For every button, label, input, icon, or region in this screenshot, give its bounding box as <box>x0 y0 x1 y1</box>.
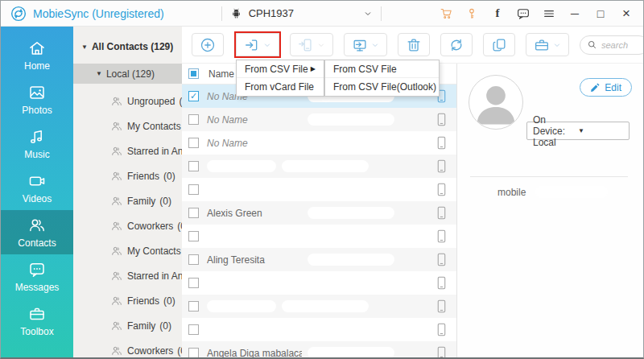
group-name: Friends <box>127 295 159 307</box>
menu-button[interactable] <box>542 6 556 21</box>
contact-row[interactable] <box>182 178 456 201</box>
avatar <box>469 75 523 130</box>
feedback-button[interactable] <box>516 6 530 21</box>
submenu-item[interactable]: From CSV File <box>325 60 439 78</box>
contact-name: Angela Diga mabalacat d... <box>207 348 302 359</box>
group-list-item[interactable]: Family (0) <box>73 188 182 213</box>
group-list-item[interactable]: Starred in Androi <box>73 263 182 288</box>
search-input[interactable] <box>601 40 642 50</box>
group-list-item[interactable]: Ungrouped (90) <box>73 89 182 113</box>
export-to-phone-button[interactable] <box>290 33 333 56</box>
sidebar-item-label: Music <box>24 149 49 160</box>
group-name: Family <box>127 320 155 332</box>
register-key-button[interactable] <box>464 6 479 21</box>
device-source-badge <box>436 323 447 336</box>
app-title: MobieSync (Unregistered) <box>33 7 164 20</box>
row-checkbox[interactable] <box>188 301 199 312</box>
group-name: Friends <box>127 171 159 182</box>
redacted-phone-number <box>282 300 369 312</box>
copy-button[interactable] <box>483 33 515 56</box>
contact-name: Alexis Green <box>207 208 302 219</box>
redacted-phone-number <box>308 347 394 359</box>
redacted-phone-number <box>308 113 394 126</box>
menu-item[interactable]: From vCard File <box>237 78 324 96</box>
sidebar-item-home[interactable]: Home <box>1 33 73 77</box>
phone-field-label: mobile <box>497 187 526 198</box>
export-to-device-button[interactable] <box>344 33 387 56</box>
contact-row[interactable] <box>182 155 456 178</box>
person-silhouette-icon <box>469 76 522 129</box>
group-list-item[interactable]: My Contacts (9) <box>73 113 182 138</box>
facebook-button[interactable]: f <box>490 6 505 21</box>
contact-row[interactable] <box>182 271 456 295</box>
titlebar: MobieSync (Unregistered) CPH1937 <box>1 1 643 27</box>
group-list-item[interactable]: Starred in Androi <box>73 138 182 163</box>
phone-icon <box>436 346 447 359</box>
add-contact-button[interactable] <box>192 33 224 56</box>
contact-row[interactable] <box>182 295 456 318</box>
sidebar-item-label: Home <box>24 60 50 72</box>
more-tools-button[interactable] <box>526 33 569 56</box>
contact-row[interactable]: Angela Diga mabalacat d... <box>182 341 456 359</box>
group-list-item[interactable]: My Contacts (0) <box>73 238 182 263</box>
sidebar-item-label: Messages <box>15 282 60 293</box>
row-checkbox[interactable] <box>188 91 199 101</box>
minimize-button[interactable]: ─ <box>568 6 582 21</box>
sidebar-item-videos[interactable]: Videos <box>1 166 73 210</box>
sidebar-item-photos[interactable]: Photos <box>1 77 73 122</box>
select-all-checkbox[interactable] <box>188 68 199 79</box>
store-cart-button[interactable] <box>439 6 453 21</box>
group-list-item[interactable]: Coworkers (0) <box>73 213 182 238</box>
delete-button[interactable] <box>398 33 430 56</box>
menu-item[interactable]: From CSV File ▶ <box>237 60 324 78</box>
close-button[interactable]: × <box>619 6 634 21</box>
group-all-contacts[interactable]: ▼ All Contacts (129) <box>73 36 182 57</box>
row-checkbox[interactable] <box>188 348 199 358</box>
divider <box>470 176 628 177</box>
group-list-item[interactable]: Coworkers (0) <box>73 338 182 359</box>
group-list-item[interactable]: Friends (0) <box>73 163 182 188</box>
edit-contact-button[interactable]: Edit <box>580 78 632 97</box>
row-checkbox[interactable] <box>188 278 199 288</box>
row-checkbox[interactable] <box>188 184 199 195</box>
contact-row[interactable] <box>182 225 456 248</box>
device-source-badge <box>436 183 447 196</box>
contact-row[interactable]: No Name <box>182 108 456 131</box>
group-name: Coworkers <box>127 345 173 357</box>
sidebar-item-music[interactable]: Music <box>1 122 73 166</box>
maximize-button[interactable]: □ <box>593 6 608 21</box>
group-people-icon <box>110 195 123 208</box>
row-checkbox[interactable] <box>188 161 199 171</box>
group-name: Starred in Androi <box>127 146 182 157</box>
submenu-item[interactable]: From CSV File(Outlook) <box>325 78 439 96</box>
row-checkbox[interactable] <box>188 231 199 241</box>
row-checkbox[interactable] <box>188 114 199 125</box>
row-checkbox[interactable] <box>188 138 199 148</box>
group-list-item[interactable]: Family (0) <box>73 313 182 338</box>
phone-icon <box>436 276 447 290</box>
photos-icon <box>27 83 47 102</box>
group-name: Starred in Androi <box>127 270 182 282</box>
device-source-badge <box>436 346 447 359</box>
group-count: (0) <box>163 171 175 182</box>
refresh-button[interactable] <box>440 33 473 56</box>
phone-icon <box>436 229 447 243</box>
sidebar-item-toolbox[interactable]: Toolbox <box>1 299 73 343</box>
group-list-item[interactable]: Friends (0) <box>73 288 182 313</box>
chevron-down-icon <box>363 9 373 19</box>
contacts-toolbar <box>182 27 643 64</box>
row-checkbox[interactable] <box>188 254 199 265</box>
contact-row[interactable]: No Name <box>182 131 456 155</box>
row-checkbox[interactable] <box>188 324 199 335</box>
import-contacts-button[interactable] <box>236 33 279 56</box>
group-people-icon <box>110 95 123 108</box>
contact-row[interactable] <box>182 318 456 341</box>
on-device-filter-select[interactable]: On Device: Local ▼ <box>526 122 630 140</box>
group-local[interactable]: ▼ Local (129) <box>73 64 182 84</box>
device-selector[interactable]: CPH1937 <box>230 7 373 19</box>
contact-row[interactable]: Alexis Green <box>182 201 456 225</box>
contact-row[interactable]: Aling Teresita <box>182 248 456 271</box>
sidebar-item-contacts[interactable]: Contacts <box>1 210 73 254</box>
row-checkbox[interactable] <box>188 208 199 218</box>
sidebar-item-messages[interactable]: Messages <box>1 254 73 299</box>
